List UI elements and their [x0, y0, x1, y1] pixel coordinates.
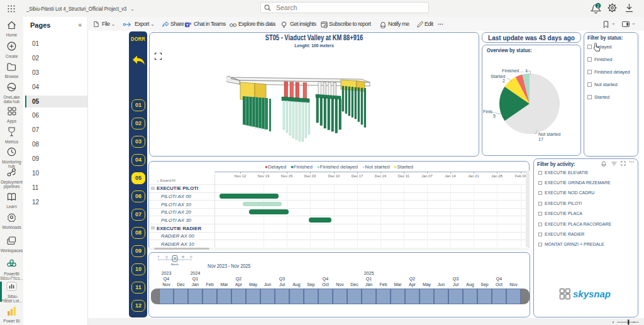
svg-text:Y: Y: [158, 255, 160, 258]
svg-text:W: W: [182, 255, 185, 258]
svg-text:Q: Q: [165, 255, 168, 258]
svg-text:2: 2: [502, 78, 505, 84]
svg-text:5: 5: [493, 113, 496, 119]
svg-text:M: M: [174, 257, 176, 260]
svg-text:17: 17: [538, 136, 543, 142]
svg-text:2: 2: [597, 4, 599, 8]
svg-text:D: D: [190, 255, 192, 258]
svg-text:Finished ... 1: Finished ... 1: [502, 68, 528, 74]
svg-text:Month: Month: [171, 263, 179, 266]
